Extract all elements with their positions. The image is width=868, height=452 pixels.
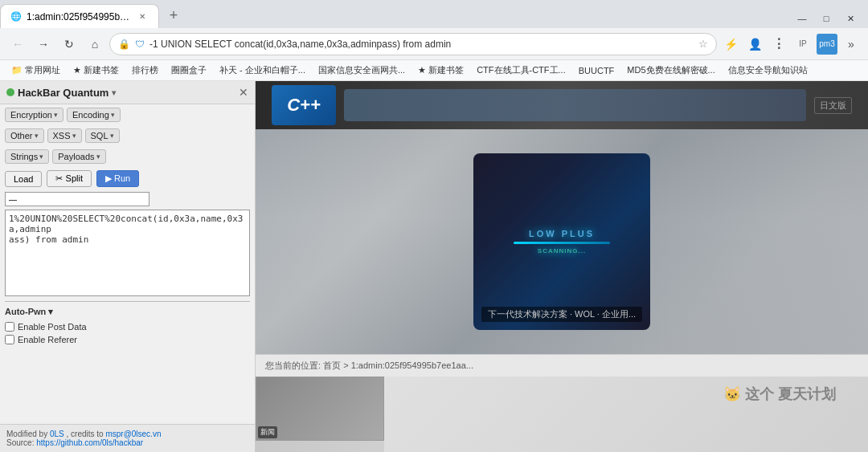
load-button[interactable]: Load bbox=[5, 171, 42, 187]
payloads-menu[interactable]: Payloads ▾ bbox=[52, 149, 105, 164]
content-area: HackBar Quantum ▾ ✕ Encryption ▾ Encodin… bbox=[0, 81, 868, 452]
bookmark-xinxi[interactable]: 信息安全导航知识站 bbox=[723, 63, 813, 79]
thumbnail-1: 新闻 bbox=[256, 377, 384, 441]
ip-indicator: IP bbox=[792, 34, 813, 55]
site-banner: LOW PLUS SCANNING... 下一代技术解决方案 · WOL · 企… bbox=[256, 129, 868, 354]
strings-menu[interactable]: Strings ▾ bbox=[5, 149, 49, 164]
watermark: 🐱 这个 夏天计划 bbox=[723, 385, 836, 404]
bookmark-quanquanbox[interactable]: 圈圈盒子 bbox=[166, 63, 211, 79]
address-bar[interactable]: 🔒 🛡 -1 UNION SELECT concat(id,0x3a,name,… bbox=[109, 33, 717, 55]
hackbar-textarea[interactable]: 1%20UNION%20SELECT%20concat(id,0x3a,name… bbox=[5, 210, 250, 296]
reload-button[interactable]: ↻ bbox=[58, 33, 80, 55]
breadcrumb-area: 您当前的位置: 首页 > 1:admin:025f954995b7ee1aa..… bbox=[256, 354, 868, 377]
tab-bar: 🌐 1:admin:025f954995b7e... ✕ + — □ ✕ bbox=[0, 0, 868, 28]
web-inner: C++ 日文版 LOW PLUS bbox=[256, 81, 868, 452]
browser-toolbar: ← → ↻ ⌂ 🔒 🛡 -1 UNION SELECT concat(id,0x… bbox=[0, 28, 868, 60]
hackbar-close-button[interactable]: ✕ bbox=[239, 86, 248, 99]
hackbar-status-dot bbox=[6, 88, 14, 96]
bookmark-star-icon-3: ★ bbox=[418, 65, 426, 75]
auto-pwn-arrow: ▾ bbox=[48, 307, 53, 317]
footer-credit-link[interactable]: mspr@0lsec.vn bbox=[105, 430, 161, 438]
active-tab[interactable]: 🌐 1:admin:025f954995b7e... ✕ bbox=[0, 4, 159, 28]
bookmark-star-icon-2: ★ bbox=[73, 65, 81, 75]
back-button[interactable]: ← bbox=[6, 33, 29, 55]
bookmark-icon: 📁 bbox=[11, 65, 23, 75]
url-text: -1 UNION SELECT concat(id,0x3a,name,0x3a… bbox=[149, 39, 694, 50]
hackbar-menu-row-3: Strings ▾ Payloads ▾ bbox=[0, 146, 255, 167]
enable-referer-checkbox[interactable] bbox=[5, 335, 14, 344]
enable-referer-row: Enable Referer bbox=[0, 333, 255, 346]
separator-line bbox=[5, 301, 250, 302]
bookmark-md5[interactable]: MD5免费在线解密破... bbox=[622, 63, 719, 79]
banner-robot-text: LOW PLUS SCANNING... bbox=[514, 229, 610, 255]
run-button[interactable]: ▶ Run bbox=[96, 170, 139, 187]
bookmark-butian[interactable]: 补天 - 企业和白帽子... bbox=[215, 63, 310, 79]
bookmark-ctf[interactable]: CTF在线工具-CTF工... bbox=[472, 63, 571, 79]
new-tab-button[interactable]: + bbox=[162, 4, 185, 26]
split-button[interactable]: ✂ Split bbox=[47, 170, 91, 187]
close-window-button[interactable]: ✕ bbox=[839, 10, 862, 26]
tab-close-button[interactable]: ✕ bbox=[136, 10, 149, 23]
bookmark-star-icon[interactable]: ☆ bbox=[698, 38, 708, 50]
other-menu[interactable]: Other ▾ bbox=[5, 128, 44, 143]
xss-menu[interactable]: XSS ▾ bbox=[47, 128, 82, 143]
bookmark-guojia[interactable]: 国家信息安全画网共... bbox=[313, 63, 410, 79]
breadcrumb-text: 您当前的位置: 首页 > 1:admin:025f954995b7ee1aa..… bbox=[265, 360, 473, 370]
footer-credits-text: , credits to bbox=[67, 430, 106, 438]
encoding-menu[interactable]: Encoding ▾ bbox=[67, 108, 121, 122]
site-logo: C++ bbox=[272, 85, 336, 125]
bookmark-paixing[interactable]: 排行榜 bbox=[127, 63, 163, 79]
bookmark-xinjian1[interactable]: ★ 新建书签 bbox=[68, 63, 124, 79]
footer-source-link[interactable]: https://github.com/0ls/hackbar bbox=[36, 438, 143, 447]
more-extensions-icon[interactable]: » bbox=[841, 34, 862, 55]
site-header-banner bbox=[344, 89, 806, 121]
hackbar-menu-row-2: Other ▾ XSS ▾ SQL ▾ bbox=[0, 125, 255, 146]
bookmark-changuyongwangzhi[interactable]: 📁 常用网址 bbox=[6, 63, 65, 79]
maximize-button[interactable]: □ bbox=[815, 10, 837, 26]
enable-post-data-label: Enable Post Data bbox=[18, 322, 87, 332]
hackbar-title-arrow: ▾ bbox=[112, 88, 116, 97]
hackbar-title: HackBar Quantum ▾ bbox=[6, 87, 116, 99]
site-nav-right: 日文版 bbox=[814, 97, 852, 114]
bookmarks-bar: 📁 常用网址 ★ 新建书签 排行榜 圈圈盒子 补天 - 企业和白帽子... 国家… bbox=[0, 60, 868, 81]
tab-title: 1:admin:025f954995b7e... bbox=[27, 11, 131, 22]
auto-pwn-label[interactable]: Auto-Pwn ▾ bbox=[5, 307, 250, 317]
extensions-icon[interactable]: ⚡ bbox=[720, 34, 741, 55]
forward-button[interactable]: → bbox=[32, 33, 55, 55]
enable-post-data-checkbox[interactable] bbox=[5, 322, 14, 332]
bookmark-xinjian2[interactable]: ★ 新建书签 bbox=[413, 63, 469, 79]
bookmark-buuctf[interactable]: BUUCTF bbox=[574, 63, 620, 79]
url-mini-input[interactable] bbox=[5, 192, 149, 206]
lang-button[interactable]: 日文版 bbox=[814, 97, 852, 114]
bottom-section: 新闻 🐱 这个 夏天计划 bbox=[256, 377, 868, 452]
hackbar-spacer bbox=[0, 346, 255, 425]
menu-icon[interactable]: ⋮ bbox=[768, 34, 789, 55]
pm-badge: pm3 bbox=[817, 34, 837, 55]
banner-subtitle: 下一代技术解决方案 · WOL · 企业用... bbox=[481, 307, 642, 322]
home-button[interactable]: ⌂ bbox=[84, 33, 106, 55]
toolbar-icons: ⚡ 👤 ⋮ IP pm3 » bbox=[720, 34, 862, 55]
window-controls: — □ ✕ bbox=[784, 10, 868, 26]
auto-pwn-section: Auto-Pwn ▾ bbox=[0, 303, 255, 320]
footer-author-link[interactable]: 0LS bbox=[50, 430, 64, 438]
profile-icon[interactable]: 👤 bbox=[744, 34, 765, 55]
banner-robot: LOW PLUS SCANNING... bbox=[473, 153, 650, 330]
minimize-button[interactable]: — bbox=[791, 10, 813, 26]
hackbar-actions: Load ✂ Split ▶ Run bbox=[0, 167, 255, 190]
enable-post-data-row: Enable Post Data bbox=[0, 320, 255, 333]
hackbar-menu-row-1: Encryption ▾ Encoding ▾ bbox=[0, 104, 255, 125]
browser-frame: 🌐 1:admin:025f954995b7e... ✕ + — □ ✕ ← →… bbox=[0, 0, 868, 452]
hackbar-footer: Modified by 0LS , credits to mspr@0lsec.… bbox=[0, 424, 255, 452]
sql-menu[interactable]: SQL ▾ bbox=[85, 128, 120, 143]
hackbar-header: HackBar Quantum ▾ ✕ bbox=[0, 81, 255, 104]
footer-source-text: Source: bbox=[6, 438, 36, 447]
web-content: C++ 日文版 LOW PLUS bbox=[256, 81, 868, 452]
hackbar-panel: HackBar Quantum ▾ ✕ Encryption ▾ Encodin… bbox=[0, 81, 256, 452]
shield-icon: 🛡 bbox=[135, 39, 145, 50]
site-header: C++ 日文版 bbox=[256, 81, 868, 129]
thumbnail-1-label: 新闻 bbox=[258, 426, 277, 438]
encryption-menu[interactable]: Encryption ▾ bbox=[5, 108, 63, 122]
url-mini-bar-container bbox=[5, 192, 250, 206]
lock-icon: 🔒 bbox=[118, 39, 130, 50]
thumbnail-row: 新闻 bbox=[256, 377, 384, 441]
